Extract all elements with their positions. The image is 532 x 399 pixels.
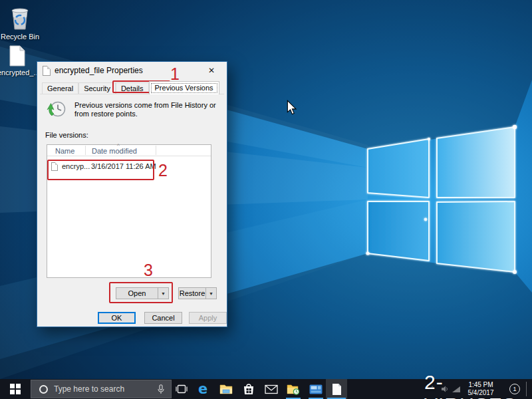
recycle-bin-label: Recycle Bin [1, 33, 39, 41]
file-icon [9, 45, 26, 66]
recycle-bin-icon [9, 5, 31, 31]
start-button[interactable] [0, 379, 31, 399]
column-header-date-modified[interactable]: Date modified [92, 147, 137, 155]
file-history-icon [287, 383, 300, 395]
file-history-button[interactable] [285, 379, 302, 399]
file-versions-label: File versions: [45, 131, 88, 139]
tab-previous-versions[interactable]: Previous Versions [149, 81, 219, 94]
file-version-doc-icon [51, 162, 58, 171]
system-window-button[interactable] [307, 379, 325, 399]
tab-security[interactable]: Security [78, 82, 116, 94]
windows-desktop: Recycle Bin encrypted_... encrypted_file… [0, 0, 532, 399]
file-version-date: 3/16/2017 11:26 AM [91, 162, 156, 170]
column-divider[interactable] [156, 146, 156, 155]
list-header: Name Date modified ^ [47, 145, 211, 156]
encrypted-file-shortcut[interactable]: encrypted_... [0, 45, 37, 76]
properties-dialog: encrypted_file Properties ✕ General Secu… [37, 61, 227, 327]
dialog-tabstrip: General Security Details Previous Versio… [42, 82, 219, 94]
restore-dropdown-icon[interactable]: ▼ [205, 288, 216, 299]
active-document-button[interactable] [326, 379, 347, 399]
store-button[interactable] [239, 379, 258, 399]
column-header-name[interactable]: Name [55, 147, 74, 155]
edge-browser-button[interactable]: e [194, 379, 211, 399]
store-icon [243, 383, 255, 395]
dialog-title: encrypted_file Properties [55, 66, 143, 75]
document-icon [332, 383, 342, 396]
cancel-button[interactable]: Cancel [144, 312, 182, 324]
previous-versions-description: Previous versions come from File History… [74, 101, 217, 118]
mouse-cursor [286, 100, 298, 116]
ok-button[interactable]: OK [98, 312, 136, 324]
task-view-button[interactable] [173, 379, 190, 399]
mail-icon [265, 384, 278, 394]
microphone-icon[interactable] [158, 384, 164, 394]
task-view-icon [176, 384, 188, 394]
file-versions-list[interactable]: Name Date modified ^ encryp... 3/16/2017… [47, 144, 211, 278]
dialog-titlebar[interactable]: encrypted_file Properties ✕ [37, 62, 227, 79]
tab-details[interactable]: Details [116, 82, 149, 94]
restore-button[interactable]: Restore ▼ [178, 287, 217, 299]
file-version-row[interactable]: encryp... 3/16/2017 11:26 AM [48, 160, 209, 173]
mail-button[interactable] [262, 379, 281, 399]
previous-versions-icon [45, 100, 66, 120]
recycle-bin-shortcut[interactable]: Recycle Bin [0, 5, 40, 41]
dialog-file-icon [43, 66, 51, 76]
open-dropdown-icon[interactable]: ▼ [158, 288, 168, 299]
file-version-name: encryp... [62, 162, 91, 170]
apply-button-disabled: Apply [189, 312, 227, 324]
cortana-icon [39, 385, 48, 394]
open-button[interactable]: Open ▼ [116, 287, 169, 299]
site-watermark: 2-VIRUSES [424, 371, 532, 399]
encrypted-file-label: encrypted_... [0, 68, 40, 76]
system-window-icon [309, 384, 323, 394]
close-icon[interactable]: ✕ [201, 66, 221, 75]
file-explorer-button[interactable] [217, 379, 235, 399]
file-explorer-icon [219, 384, 233, 394]
column-divider[interactable] [85, 146, 86, 155]
search-input[interactable] [54, 384, 147, 394]
sort-indicator-icon: ^ [117, 142, 120, 148]
taskbar-search[interactable] [31, 380, 172, 398]
edge-icon: e [198, 381, 207, 397]
windows-logo-icon [10, 384, 21, 394]
tab-general[interactable]: General [42, 82, 78, 94]
